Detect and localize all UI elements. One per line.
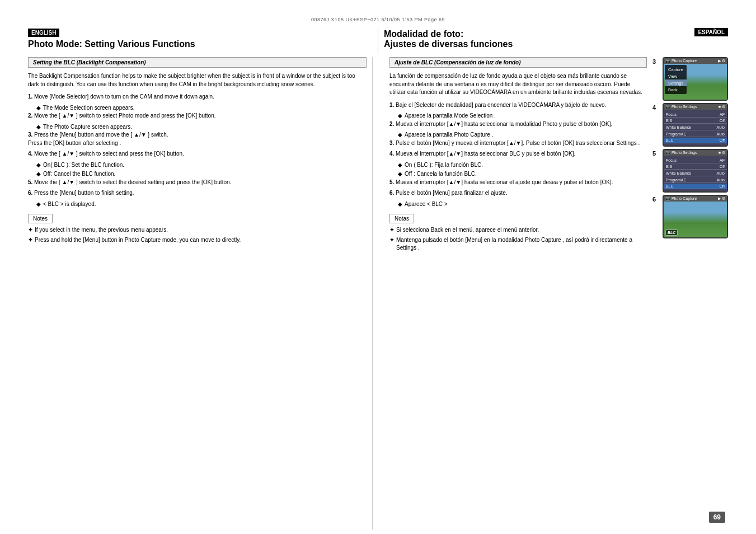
intro-text-en: The Backlight Compensation function help… xyxy=(28,72,367,88)
intro-text-es: La función de compensación de luz de fon… xyxy=(389,72,647,97)
settings-row-3: ProgramAEAuto xyxy=(664,132,727,137)
bullet-en: ◆The Mode Selection screen appears. xyxy=(36,104,367,113)
bullet-en: ◆Off: Cancel the BLC function. xyxy=(36,170,367,179)
title-row: ENGLISH Photo Mode: Setting Various Func… xyxy=(28,28,728,54)
step-es-1: 1. Baje el [Selector de modalidad] para … xyxy=(389,101,647,110)
steps-list-es: 1. Baje el [Selector de modalidad] para … xyxy=(389,101,647,209)
note-en-1: ✦If you select in the menu, the previous… xyxy=(28,226,367,234)
cam-screen-6: 📷 Photo Capture▶ ⚙BLC xyxy=(663,195,728,238)
cam-screen-4: 📷 Photo Settings■ ⚙FocusAFEISOffWhite Ba… xyxy=(663,103,728,147)
settings-row-2: White BalanceAuto xyxy=(664,171,727,176)
screen-num-5: 5 xyxy=(652,150,659,157)
step-en-4: 4. Move the [ ▲/▼ ] switch to select and… xyxy=(28,150,367,158)
bullet-en: ◆The Photo Capture screen appears. xyxy=(36,123,367,132)
settings-row-4: BLCOff xyxy=(664,138,727,143)
title-left: ENGLISH Photo Mode: Setting Various Func… xyxy=(28,29,378,54)
settings-row-0: FocusAF xyxy=(664,158,727,163)
screen-num-6: 6 xyxy=(652,196,659,203)
title-right: ESPAÑOL Modalidad de foto: Ajustes de di… xyxy=(378,28,728,54)
screen-num-4: 4 xyxy=(652,104,659,111)
bullet-es: ◆Off : Cancela la función BLC. xyxy=(398,170,647,179)
menu-item-1: View xyxy=(665,73,687,79)
right-col-inner: Ajuste de BLC (Compensación de luz de fo… xyxy=(389,57,728,254)
step-en-3: 3. Press the [Menu] button and move the … xyxy=(28,131,367,147)
right-column: Ajuste de BLC (Compensación de luz de fo… xyxy=(384,57,728,530)
bullet-es: ◆Aparece < BLC > xyxy=(398,200,647,209)
step-es-2: 2. Mueva el interruptor [▲/▼] hasta sele… xyxy=(389,120,647,129)
settings-bg-4: FocusAFEISOffWhite BalanceAutoProgramAEA… xyxy=(664,110,727,146)
screens-area: 3📷 Photo Capture▶ ⚙CaptureViewSettingsBa… xyxy=(652,57,728,254)
page-number: 69 xyxy=(709,512,725,523)
step-en-6: 6. Press the [Menu] button to finish set… xyxy=(28,189,367,198)
page-container: 00876J X105 UK+ESP~071 6/10/05 1:53 PM P… xyxy=(0,0,756,534)
notes-label-en: Notes xyxy=(28,214,53,223)
screen-row-3: 3📷 Photo Capture▶ ⚙CaptureViewSettingsBa… xyxy=(652,57,728,101)
section-title-es: Modalidad de foto: Ajustes de diversas f… xyxy=(384,29,728,49)
screen-header-3: 📷 Photo Capture▶ ⚙ xyxy=(664,58,727,64)
left-column: Setting the BLC (Backlight Compensation)… xyxy=(28,57,373,530)
settings-header-4: 📷 Photo Settings■ ⚙ xyxy=(664,104,727,110)
section-title-en: Photo Mode: Setting Various Functions xyxy=(28,39,372,49)
blc-indicator: BLC xyxy=(665,229,678,236)
bullet-en: ◆On( BLC ): Set the BLC function. xyxy=(36,161,367,170)
notes-es: ✦Si selecciona Back en el menú, aparece … xyxy=(389,226,647,252)
screen-row-4: 4📷 Photo Settings■ ⚙FocusAFEISOffWhite B… xyxy=(652,103,728,147)
cam-screen-3: 📷 Photo Capture▶ ⚙CaptureViewSettingsBac… xyxy=(663,57,728,101)
step-en-1: 1. Move [Mode Selector] down to turn on … xyxy=(28,93,367,101)
settings-row-0: FocusAF xyxy=(664,112,727,118)
note-es-1: ✦Si selecciona Back en el menú, aparece … xyxy=(389,226,647,234)
settings-row-1: EISOff xyxy=(664,164,727,170)
main-content: Setting the BLC (Backlight Compensation)… xyxy=(28,57,728,530)
step-en-5: 5. Move the [ ▲/▼ ] switch to select the… xyxy=(28,179,367,187)
settings-header-5: 📷 Photo Settings■ ⚙ xyxy=(664,150,727,156)
screen-header-6: 📷 Photo Capture▶ ⚙ xyxy=(664,196,727,202)
lang-badge-es: ESPAÑOL xyxy=(694,28,728,36)
menu-item-2: Settings xyxy=(665,79,687,86)
step-es-6: 6. Pulse el botón [Menu] para finalizar … xyxy=(389,189,647,198)
notes-en: ✦If you select in the menu, the previous… xyxy=(28,226,367,244)
screen-row-6: 6📷 Photo Capture▶ ⚙BLC xyxy=(652,195,728,238)
settings-row-3: ProgramAEAuto xyxy=(664,177,727,183)
note-en-2: ✦Press and hold the [Menu] button in Pho… xyxy=(28,236,367,244)
bullet-es: ◆Aparece la pantalla Mode Selection . xyxy=(398,112,647,120)
menu-item-3: Back xyxy=(665,86,687,93)
step-es-3: 3. Pulse el botón [Menu] y mueva el inte… xyxy=(389,139,647,148)
notes-label-es: Notas xyxy=(389,214,414,223)
settings-row-1: EISOff xyxy=(664,118,727,124)
screen-img-3: CaptureViewSettingsBack xyxy=(664,64,727,100)
steps-list-en: 1. Move [Mode Selector] down to turn on … xyxy=(28,93,367,208)
bullet-es: ◆On ( BLC ): Fija la función BLC. xyxy=(398,161,647,170)
settings-row-4: BLCOn xyxy=(664,184,727,189)
lang-badge-en: ENGLISH xyxy=(28,29,59,37)
screen-row-5: 5📷 Photo Settings■ ⚙FocusAFEISOffWhite B… xyxy=(652,149,728,193)
bullet-es: ◆Aparece la pantalla Photo Capture . xyxy=(398,131,647,139)
screen-num-3: 3 xyxy=(652,58,659,65)
screen-menu-3: CaptureViewSettingsBack xyxy=(665,65,687,94)
screen-img-6: BLC xyxy=(664,202,727,237)
menu-item-0: Capture xyxy=(665,66,687,73)
page-meta: 00876J X105 UK+ESP~071 6/10/05 1:53 PM P… xyxy=(28,17,728,22)
sub-section-es: Ajuste de BLC (Compensación de luz de fo… xyxy=(389,57,647,68)
right-text: Ajuste de BLC (Compensación de luz de fo… xyxy=(389,57,647,254)
step-es-5: 5. Mueva el interruptor [▲/▼] hasta sele… xyxy=(389,179,647,187)
cam-screen-5: 📷 Photo Settings■ ⚙FocusAFEISOffWhite Ba… xyxy=(663,149,728,193)
sub-section-en: Setting the BLC (Backlight Compensation) xyxy=(28,57,367,68)
step-es-4: 4. Mueva el interruptor [▲/▼] hasta sele… xyxy=(389,150,647,158)
bullet-en: ◆< BLC > is displayed. xyxy=(36,200,367,209)
settings-row-2: White BalanceAuto xyxy=(664,125,727,130)
step-en-2: 2. Move the [ ▲/▼ ] switch to select Pho… xyxy=(28,112,367,120)
note-es-2: ✦Mantenga pulsado el botón [Menu] en la … xyxy=(389,236,647,252)
settings-bg-5: FocusAFEISOffWhite BalanceAutoProgramAEA… xyxy=(664,156,727,191)
